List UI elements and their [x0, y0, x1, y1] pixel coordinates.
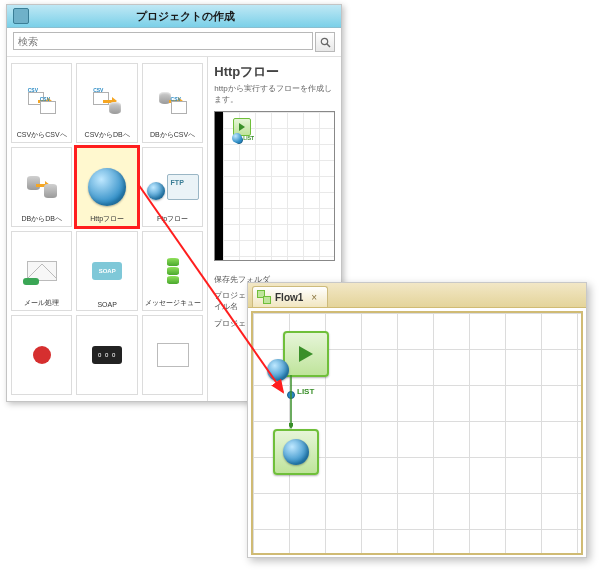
counter-icon: 0 0 0 — [92, 346, 122, 364]
flow-tab-label: Flow1 — [275, 292, 303, 303]
pin-icon — [33, 346, 51, 364]
message-queue-icon — [161, 258, 185, 284]
db-to-db-icon — [27, 176, 57, 198]
search-button[interactable] — [315, 32, 335, 52]
globe-overlay-icon — [267, 359, 289, 381]
globe-icon — [88, 168, 126, 206]
soap-icon: SOAP — [92, 262, 122, 280]
template-soap[interactable]: SOAP SOAP — [76, 231, 137, 311]
dialog-title: プロジェクトの作成 — [35, 9, 335, 24]
preview-globe-icon — [229, 130, 245, 146]
globe-icon — [283, 439, 309, 465]
app-icon — [13, 8, 29, 24]
search-row — [7, 28, 341, 57]
flow-connector — [289, 375, 293, 429]
template-counter[interactable]: 0 0 0 — [76, 315, 137, 395]
flow-canvas[interactable]: LIST — [251, 311, 583, 555]
flow-preview: LIST — [214, 111, 335, 261]
ftp-icon — [147, 174, 199, 200]
flow-tab-bar: Flow1 × — [248, 283, 586, 308]
template-window-list[interactable] — [142, 315, 203, 395]
detail-subtitle: httpから実行するフローを作成します。 — [214, 83, 335, 105]
detail-title: Httpフロー — [214, 63, 335, 81]
template-grid: CSVからCSVへ CSVからDBへ DBからCSVへ DBからDBへ Http… — [7, 57, 208, 401]
csv-to-csv-icon — [28, 92, 56, 114]
start-node[interactable] — [283, 331, 329, 377]
window-list-icon — [157, 343, 189, 367]
template-csv-to-csv[interactable]: CSVからCSVへ — [11, 63, 72, 143]
csv-to-db-icon — [93, 92, 121, 114]
close-icon[interactable]: × — [311, 292, 317, 303]
template-mail[interactable]: メール処理 — [11, 231, 72, 311]
http-node[interactable] — [273, 429, 319, 475]
mail-icon — [27, 261, 57, 281]
template-ftp-flow[interactable]: Ftpフロー — [142, 147, 203, 227]
search-icon — [320, 37, 331, 48]
svg-line-1 — [327, 44, 330, 47]
search-input[interactable] — [13, 32, 313, 50]
svg-point-0 — [321, 38, 327, 44]
tab-flow1[interactable]: Flow1 × — [252, 286, 328, 307]
template-db-to-csv[interactable]: DBからCSVへ — [142, 63, 203, 143]
template-http-flow[interactable]: Httpフロー — [76, 147, 137, 227]
link-label: LIST — [297, 387, 314, 396]
play-icon — [299, 346, 313, 362]
template-pin[interactable] — [11, 315, 72, 395]
flow-tab-icon — [257, 290, 271, 304]
template-message-queue[interactable]: メッセージキュー — [142, 231, 203, 311]
template-db-to-db[interactable]: DBからDBへ — [11, 147, 72, 227]
template-csv-to-db[interactable]: CSVからDBへ — [76, 63, 137, 143]
dialog-titlebar[interactable]: プロジェクトの作成 — [7, 5, 341, 28]
db-to-csv-icon — [159, 92, 187, 114]
flow-designer: Flow1 × LIST — [247, 282, 587, 558]
